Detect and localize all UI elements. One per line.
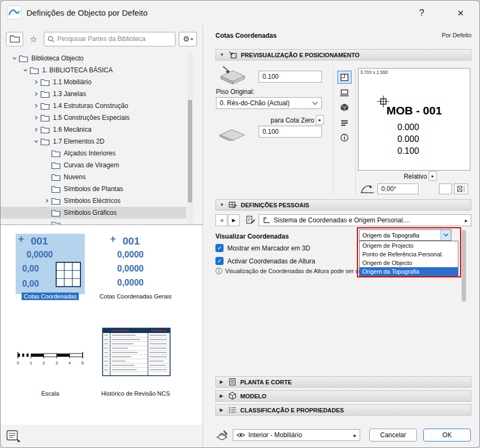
thumbnail-cotas-coordenadas[interactable]: + 001 0,0000 0,00 0,00 <box>16 234 85 294</box>
tree-item[interactable]: 1.6 Mecânica <box>1 124 186 135</box>
tree-item[interactable] <box>1 219 186 225</box>
settings-page-select[interactable]: Sistema de Coordenadas e Origem Personal… <box>259 214 471 226</box>
search-input[interactable] <box>57 35 172 43</box>
scale-tick: 3 <box>56 361 58 365</box>
section-title: CLASSIFICAÇÃO E PROPRIEDADES <box>240 407 344 413</box>
ok-button[interactable]: OK <box>423 429 471 442</box>
rotation-angle-input[interactable] <box>377 184 418 194</box>
favorites-button[interactable]: ☆ <box>26 32 40 46</box>
origin-select[interactable]: Origem da Topografia <box>359 229 451 241</box>
tree-scrollbar[interactable] <box>187 52 193 225</box>
checkbox-marker-3d[interactable]: ✓ <box>215 244 224 252</box>
mirror-button[interactable] <box>454 184 468 194</box>
chevron-down-icon[interactable] <box>10 56 18 61</box>
offset-bottom-input[interactable] <box>259 126 322 138</box>
help-button[interactable]: ? <box>414 6 430 20</box>
triangle-right-icon: ▶ <box>220 379 225 384</box>
flyout-right-icon: ▸ <box>354 432 356 438</box>
chevron-right-icon[interactable] <box>32 91 40 97</box>
chevron-right-icon[interactable] <box>32 127 40 132</box>
scale-tick: 2 <box>43 361 45 365</box>
slab-flat-icon <box>218 128 247 141</box>
origin-option[interactable]: Origem de Projecto <box>360 241 458 250</box>
chevron-right-icon[interactable] <box>32 79 40 85</box>
floor-select[interactable]: 0. Rés-do-Chão (Actual) <box>216 97 322 109</box>
tree-item[interactable]: Símbolos Gráficos <box>1 207 186 219</box>
tree-item[interactable]: Biblioteca Objecto <box>1 52 186 64</box>
origin-option[interactable]: Ponto de Referência Personal. <box>360 250 458 259</box>
tree-item-label: Símbolos Gráficos <box>64 209 117 216</box>
folder-view-button[interactable] <box>6 32 23 46</box>
tree-item[interactable]: Nuvens <box>1 171 186 183</box>
elevation-view-button[interactable] <box>337 86 351 99</box>
thumbnail-escala[interactable] <box>16 328 85 386</box>
folder-icon <box>51 174 60 181</box>
tree-item[interactable]: 1. BIBLIOTECA BÁSICA <box>1 64 186 76</box>
3d-view-icon <box>340 103 349 112</box>
tree-item[interactable]: Alçados Interiores <box>1 147 186 159</box>
tree-item-label: 1.5 Construções Especiais <box>53 114 130 121</box>
section-preview-positioning[interactable]: ▼ PREVISUALIZAÇÃO E POSICIONAMENTO <box>215 49 471 60</box>
close-button[interactable]: × <box>452 6 469 20</box>
library-part-settings-icon[interactable] <box>6 429 22 444</box>
tree-scrollbar-thumb[interactable] <box>188 100 192 202</box>
tree-item-label: 1.4 Estruturas Construção <box>53 102 128 110</box>
transfer-settings-icon[interactable] <box>246 215 255 225</box>
tree-item-label: Alçados Interiores <box>64 150 116 157</box>
folder-icon <box>40 79 50 86</box>
section-personal-settings[interactable]: ▼ DEFINIÇÕES PESSOAIS <box>215 199 471 211</box>
offset-top-input[interactable] <box>259 71 322 83</box>
chevron-right-icon[interactable] <box>32 103 40 108</box>
folder-icon <box>51 150 60 157</box>
tree-item[interactable]: 1.7 Elementos 2D <box>1 135 186 147</box>
flip-horizontal-button[interactable] <box>439 184 452 194</box>
chevron-down-icon[interactable] <box>32 139 40 144</box>
section-view-icon <box>340 119 349 127</box>
settings-scrollbar-thumb[interactable] <box>462 230 466 302</box>
triangle-right-icon: ▶ <box>220 408 225 412</box>
settings-menu-button[interactable]: ⚙▾ <box>179 32 197 46</box>
chevron-right-icon[interactable] <box>43 198 51 203</box>
thumb-text: 001 <box>31 235 48 247</box>
layer-select[interactable]: Interior - Mobiliário ▸ <box>233 429 360 441</box>
section-classification-properties[interactable]: ▶ CLASSIFICAÇÃO E PROPRIEDADES <box>215 404 471 416</box>
prev-page-button[interactable]: ◀ <box>215 214 227 226</box>
section-title: PLANTA E CORTE <box>240 379 292 385</box>
section-title: DEFINIÇÕES PESSOAIS <box>241 202 309 208</box>
tree-item[interactable]: Curvas de Viragem <box>1 159 186 171</box>
thumbnail-cotas-coordenadas-gerais[interactable]: + 001 0,0000 0,0000 0,0000 <box>101 234 170 294</box>
tree-item[interactable]: 1.3 Janelas <box>1 88 186 100</box>
chevron-down-icon[interactable] <box>21 67 29 73</box>
tree-item-label: Nuvens <box>64 173 86 181</box>
chevron-right-icon[interactable] <box>32 115 40 120</box>
3d-view-button[interactable] <box>337 101 351 114</box>
preview-value: 0.100 <box>397 146 419 156</box>
plan-view-button[interactable] <box>337 71 351 84</box>
cancel-button[interactable]: Cancelar <box>369 429 417 442</box>
tree-item-label: Curvas de Viragem <box>64 161 119 169</box>
preview-positioning-icon <box>228 51 237 59</box>
layer-icon[interactable] <box>215 429 231 441</box>
revision-table-graphic <box>102 328 171 376</box>
origin-option[interactable]: Origem de Objecto <box>360 259 458 267</box>
preview-info-button[interactable] <box>337 131 351 144</box>
preview-value: 0.000 <box>397 134 419 144</box>
chevron-down-icon[interactable] <box>441 230 451 240</box>
tree-item[interactable]: Símbolos de Plantas <box>1 183 186 195</box>
tree-item[interactable]: Símbolos Eléctricos <box>1 195 186 207</box>
next-page-button[interactable]: ▶ <box>228 214 240 226</box>
chevron-down-icon <box>312 101 318 105</box>
thumbnail-historico-revisao[interactable] <box>102 328 171 376</box>
section-plan-and-section[interactable]: ▶ PLANTA E CORTE <box>215 376 471 388</box>
tree-item[interactable]: 1.1 Mobiliário <box>1 76 186 88</box>
grid-icon <box>56 262 81 287</box>
section-view-button[interactable] <box>337 116 351 129</box>
section-model[interactable]: ▶ MODELO <box>215 390 471 402</box>
to-zero-flyout-button[interactable]: ▸ <box>316 115 324 125</box>
tree-item[interactable]: 1.4 Estruturas Construção <box>1 100 186 112</box>
relative-flyout-button[interactable]: ▸ <box>429 171 437 181</box>
tree-item-label: 1.7 Elementos 2D <box>53 138 104 145</box>
checkbox-height-coordinates[interactable]: ✓ <box>215 257 224 265</box>
origin-option[interactable]: Origem da Topografia <box>360 267 458 276</box>
tree-item[interactable]: 1.5 Construções Especiais <box>1 112 186 124</box>
